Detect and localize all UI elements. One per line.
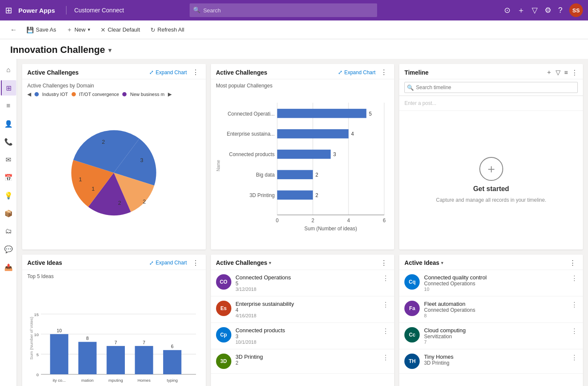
timeline-search-input[interactable] bbox=[404, 82, 578, 93]
svg-text:Sum (Number of Votes): Sum (Number of Votes) bbox=[29, 316, 34, 360]
sidebar-item-calendar[interactable]: 📅 bbox=[1, 170, 16, 185]
timeline-more-button[interactable]: ⋮ bbox=[571, 69, 578, 76]
list-item: Cp Connected products 3 10/1/2018 ⋮ bbox=[211, 323, 395, 349]
svg-rect-37 bbox=[78, 342, 97, 374]
idea-sub-cc: Servitization bbox=[424, 334, 567, 340]
svg-rect-14 bbox=[277, 170, 313, 180]
sidebar-item-files[interactable]: 🗂 bbox=[1, 223, 16, 239]
search-input[interactable] bbox=[190, 3, 377, 17]
card-active-ideas-list: Active Ideas ▾ ⋮ Cq Connected quality co… bbox=[399, 255, 583, 386]
sidebar-item-person[interactable]: 👤 bbox=[1, 116, 16, 131]
ideas-bar-content: Top 5 Ideas Sum (Number of Votes) 15 10 … bbox=[22, 270, 206, 386]
timeline-search-icon: 🔍 bbox=[407, 84, 414, 91]
app-name: Power Apps bbox=[18, 7, 55, 14]
pie-more-button[interactable]: ⋮ bbox=[190, 68, 201, 76]
card-active-challenges-bar: Active Challenges ⤢ Expand Chart ⋮ Most … bbox=[211, 64, 395, 250]
page-title-chevron[interactable]: ▾ bbox=[108, 46, 112, 54]
idea-more-cc[interactable]: ⋮ bbox=[571, 327, 578, 335]
global-search: 🔍 bbox=[190, 3, 377, 17]
challenge-more-3d[interactable]: ⋮ bbox=[382, 354, 389, 362]
ideas-bar-subtitle: Top 5 Ideas bbox=[27, 273, 201, 279]
filter-icon[interactable]: ▽ bbox=[532, 6, 538, 15]
clear-default-button[interactable]: ✕ Clear Default bbox=[96, 24, 144, 35]
svg-text:10: 10 bbox=[34, 332, 39, 337]
expand-icon: ⤢ bbox=[149, 69, 154, 75]
circle-icon[interactable]: ⊙ bbox=[504, 6, 510, 15]
svg-rect-8 bbox=[277, 129, 348, 139]
idea-more-fa[interactable]: ⋮ bbox=[571, 301, 578, 309]
save-as-icon: 💾 bbox=[26, 26, 34, 33]
sidebar-item-list[interactable]: ≡ bbox=[1, 98, 16, 113]
expand-chart-pie-button[interactable]: ⤢ Expand Chart bbox=[149, 69, 187, 75]
sidebar-item-chat[interactable]: 💬 bbox=[1, 241, 16, 257]
refresh-all-label: Refresh All bbox=[158, 26, 184, 33]
challenge-name-3d: 3D Printing bbox=[236, 354, 378, 360]
idea-more-cq[interactable]: ⋮ bbox=[571, 274, 578, 282]
bar-y-label: Name bbox=[216, 160, 221, 171]
timeline-plus-circle[interactable]: ＋ bbox=[479, 157, 503, 181]
timeline-columns-button[interactable]: ≡ bbox=[564, 69, 568, 76]
pie-chart-svg: 3 2 1 2 2 bbox=[67, 126, 161, 220]
save-as-button[interactable]: 💾 Save As bbox=[22, 24, 61, 35]
svg-text:3: 3 bbox=[333, 151, 336, 157]
svg-text:mputing: mputing bbox=[108, 377, 123, 382]
sidebar-item-products[interactable]: 📦 bbox=[1, 206, 16, 221]
timeline-search-bar: 🔍 bbox=[399, 79, 583, 96]
sidebar-item-dashboard[interactable]: ⊞ bbox=[1, 80, 16, 96]
sidebar-item-home[interactable]: ⌂ bbox=[1, 62, 16, 78]
sidebar-item-ideas[interactable]: 💡 bbox=[1, 188, 16, 203]
pie-chart-area: 3 2 1 2 2 bbox=[27, 100, 201, 246]
environment-name: Customer Connect bbox=[74, 7, 124, 14]
card-header-challenges-list: Active Challenges ▾ ⋮ bbox=[211, 255, 395, 270]
back-button[interactable]: ← bbox=[7, 24, 20, 36]
page-title: Innovation Challenge bbox=[10, 44, 105, 55]
challenges-list-more-button[interactable]: ⋮ bbox=[379, 259, 389, 267]
ideas-list-more-button[interactable]: ⋮ bbox=[568, 259, 578, 267]
challenge-more-es[interactable]: ⋮ bbox=[382, 301, 389, 309]
plus-icon[interactable]: ＋ bbox=[517, 5, 525, 15]
expand-chart-ideas-button[interactable]: ⤢ Expand Chart bbox=[149, 260, 187, 266]
svg-rect-41 bbox=[135, 346, 153, 374]
refresh-all-button[interactable]: ↻ Refresh All bbox=[146, 24, 189, 35]
card-active-challenges-list: Active Challenges ▾ ⋮ CO Connected Opera… bbox=[211, 255, 395, 386]
timeline-filter-button[interactable]: ▽ bbox=[556, 69, 561, 76]
challenges-list-title: Active Challenges bbox=[216, 259, 268, 266]
pie-label-1b: 1 bbox=[92, 186, 95, 192]
settings-icon[interactable]: ⚙ bbox=[545, 6, 551, 15]
svg-text:0: 0 bbox=[36, 372, 38, 377]
challenge-more-cp[interactable]: ⋮ bbox=[382, 327, 389, 335]
new-button[interactable]: ＋ New ▾ bbox=[62, 24, 95, 36]
challenges-list-dropdown[interactable]: Active Challenges ▾ bbox=[216, 259, 272, 266]
sidebar-item-mail[interactable]: ✉ bbox=[1, 152, 16, 167]
save-as-label: Save As bbox=[36, 26, 56, 33]
legend-next-button[interactable]: ▶ bbox=[168, 91, 172, 97]
sidebar-item-phone[interactable]: 📞 bbox=[1, 134, 16, 149]
svg-text:mation: mation bbox=[81, 377, 94, 382]
challenge-info-3d: 3D Printing 2 bbox=[236, 354, 378, 366]
timeline-post-placeholder[interactable]: Enter a post... bbox=[399, 96, 583, 111]
ideas-bar-wrapper: Sum (Number of Votes) 15 10 5 0 bbox=[27, 283, 201, 386]
timeline-get-started-sub: Capture and manage all records in your t… bbox=[436, 197, 546, 203]
list-item: Fa Fleet automation Connected Operations… bbox=[399, 296, 583, 323]
list-item: CO Connected Operations 5 3/12/2018 ⋮ bbox=[211, 270, 395, 296]
idea-count-cq: 10 bbox=[424, 287, 567, 292]
new-label: New bbox=[75, 26, 86, 33]
timeline-content: 🔍 Enter a post... ＋ Get started Capture … bbox=[399, 79, 583, 250]
svg-text:6: 6 bbox=[171, 344, 173, 349]
expand-chart-bar-button[interactable]: ⤢ Expand Chart bbox=[338, 69, 375, 75]
sidebar-item-share[interactable]: 📤 bbox=[1, 259, 16, 275]
help-icon[interactable]: ? bbox=[558, 6, 562, 15]
ideas-bar-more-button[interactable]: ⋮ bbox=[190, 259, 201, 267]
legend-label-2: IT/OT convergence bbox=[79, 92, 119, 97]
challenge-info-co: Connected Operations 5 3/12/2018 bbox=[236, 274, 378, 292]
user-avatar[interactable]: SS bbox=[569, 3, 583, 17]
challenge-more-co[interactable]: ⋮ bbox=[382, 274, 389, 282]
legend-prev-button[interactable]: ◀ bbox=[27, 91, 31, 97]
challenge-avatar-3d: 3D bbox=[216, 354, 231, 369]
bar-more-button[interactable]: ⋮ bbox=[379, 68, 389, 76]
idea-more-th[interactable]: ⋮ bbox=[571, 354, 578, 362]
svg-text:6: 6 bbox=[383, 218, 386, 223]
timeline-add-button[interactable]: ＋ bbox=[546, 68, 552, 76]
ideas-list-dropdown[interactable]: Active Ideas ▾ bbox=[404, 259, 444, 266]
apps-grid-icon[interactable]: ⊞ bbox=[5, 5, 12, 15]
